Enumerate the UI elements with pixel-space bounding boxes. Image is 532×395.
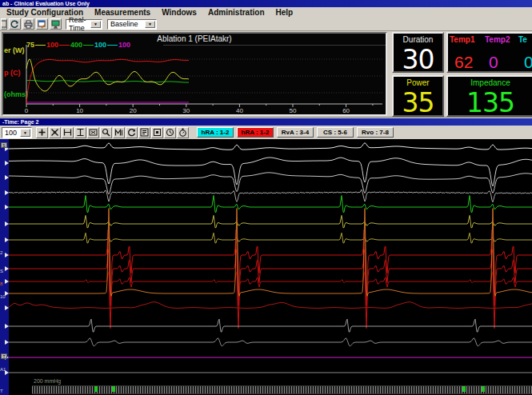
trace-egm-gray-1: [9, 319, 532, 332]
chevron-down-icon[interactable]: ▼: [145, 21, 155, 28]
trace-ecg-v: [9, 190, 532, 202]
marker-icon[interactable]: [113, 127, 125, 138]
channel-label-8: 8: [0, 281, 2, 287]
pressure-scale-label: 200 mmHg: [34, 378, 61, 384]
temp2-value: 0: [489, 53, 498, 72]
baseline-marker-egm-red-2[interactable]: [5, 266, 9, 271]
trace-egm-green: [9, 196, 532, 213]
main-toolbar: Real-Time ▼ Baseline ▼: [0, 18, 532, 31]
ablation-chart-canvas: 0102030405060: [3, 34, 386, 114]
add-icon[interactable]: [36, 127, 48, 138]
clock-icon[interactable]: [164, 127, 176, 138]
channel-label-10: 10: [0, 294, 6, 300]
top-window-titlebar[interactable]: ab - Clinical Evaluation Use Only: [0, 0, 532, 7]
stim-marker: [462, 386, 466, 392]
menu-measurements[interactable]: Measurements: [94, 8, 150, 17]
waveform-area[interactable]: S2S810TA1T 200 mmHg T: [0, 139, 532, 395]
impedance-panel: Impedance 135: [446, 75, 532, 117]
trace-egm-red-3: [9, 273, 532, 297]
temp1-value: 62: [454, 53, 473, 72]
menu-administration[interactable]: Administration: [208, 8, 265, 17]
rotate-icon[interactable]: [9, 18, 21, 30]
trace-egm-red-2: [9, 249, 532, 329]
temp2-label: Temp2: [485, 35, 510, 44]
channel-button-hra-red[interactable]: hRA : 1-2: [237, 127, 274, 138]
horizontal-caliper-icon[interactable]: [62, 127, 74, 138]
tools-icon[interactable]: [49, 127, 61, 138]
time-ruler: [32, 385, 532, 394]
vertical-caliper-icon[interactable]: [74, 127, 86, 138]
zoom-icon[interactable]: [100, 127, 112, 138]
baseline-marker-egm-red-1[interactable]: [5, 253, 9, 257]
svg-text:20: 20: [130, 107, 137, 114]
baseline-marker-pressure-wave[interactable]: [5, 305, 9, 310]
sweep-speed-value: 100: [5, 129, 17, 137]
svg-text:10: 10: [76, 107, 83, 114]
top-window-title: ab - Clinical Evaluation Use Only: [2, 1, 90, 6]
channel-button-rva[interactable]: RvA : 3-4: [277, 127, 314, 138]
baseline-marker-ecg-3[interactable]: [5, 175, 9, 180]
power-panel: Power 35: [392, 75, 444, 117]
temp3-label: Te: [518, 35, 527, 44]
trace-egm-red-1: [9, 229, 532, 306]
impedance-value: 135: [448, 87, 532, 117]
measure-list-icon[interactable]: [138, 127, 150, 138]
monitor-icon[interactable]: [50, 18, 62, 30]
partial-icon[interactable]: [1, 18, 7, 30]
stopwatch-icon[interactable]: [177, 127, 189, 138]
power-label: Power: [394, 78, 442, 87]
channel-label-s: S: [1, 142, 7, 148]
channel-label-s: S: [0, 269, 3, 274]
chevron-down-icon[interactable]: ▼: [90, 21, 101, 28]
baseline-marker-egm-gray-1[interactable]: [5, 324, 9, 329]
app-screen: ab - Clinical Evaluation Use Only Study …: [0, 0, 532, 395]
baseline-marker-egm-yellow-2[interactable]: [5, 237, 9, 242]
baseline-marker-ecg-v[interactable]: [5, 190, 9, 195]
baseline-dropdown[interactable]: Baseline ▼: [107, 19, 157, 30]
channel-strip[interactable]: S2S810TA1T: [0, 139, 9, 395]
trace-egm-yellow-2: [9, 233, 532, 243]
baseline-marker-egm-green[interactable]: [5, 205, 9, 209]
realtime-window-titlebar[interactable]: -Time: Page 2: [0, 118, 532, 126]
power-value: 35: [394, 87, 442, 117]
temp3-value: 0: [524, 53, 532, 72]
trace-egm-yellow-1: [9, 215, 532, 227]
temperature-panel: Temp1 Temp2 Te 62 0 0: [446, 32, 532, 73]
channel-label-t: T: [1, 353, 7, 359]
stim-marker: [482, 386, 485, 392]
duration-panel: Duration 30: [392, 32, 444, 73]
ablation-chart-panel: Ablation 1 (PEIAtakr) 75 100 400 100 100…: [2, 32, 387, 116]
temp1-label: Temp1: [450, 35, 475, 44]
waveform-canvas[interactable]: [9, 139, 532, 395]
frame-icon[interactable]: [151, 127, 163, 138]
refresh-icon[interactable]: [126, 127, 138, 138]
menu-help[interactable]: Help: [276, 8, 294, 17]
trace-ecg-3: [9, 173, 532, 194]
svg-text:30: 30: [182, 107, 190, 114]
svg-text:40: 40: [236, 107, 243, 114]
baseline-marker-ecg-2[interactable]: [5, 161, 9, 166]
delete-box-icon[interactable]: [87, 127, 99, 138]
stim-marker: [112, 386, 115, 392]
trace-pressure-wave: [9, 302, 532, 309]
chevron-down-icon[interactable]: ▼: [20, 129, 30, 137]
svg-text:50: 50: [290, 107, 297, 114]
trace-ecg-1: [9, 143, 532, 150]
channel-button-hra-cyan[interactable]: hRA : 1-2: [197, 127, 234, 138]
channel-label-t: T: [0, 389, 3, 394]
export-window-icon[interactable]: [36, 18, 48, 30]
channel-button-rvo[interactable]: Rvo : 7-8: [357, 127, 394, 138]
baseline-marker-egm-red-3[interactable]: [5, 279, 9, 284]
baseline-marker-egm-yellow-1[interactable]: [5, 221, 9, 226]
mode-dropdown[interactable]: Real-Time ▼: [66, 19, 102, 30]
channel-button-cs[interactable]: CS : 5-6: [317, 127, 354, 138]
sweep-speed-combo[interactable]: 100 ▼: [2, 127, 32, 138]
baseline-marker-egm-gray-2[interactable]: [5, 340, 9, 345]
channel-label-2: 2: [0, 250, 2, 256]
printer-icon[interactable]: [22, 18, 34, 30]
menu-windows[interactable]: Windows: [162, 8, 197, 17]
channel-label-a1: A1: [0, 367, 6, 373]
duration-label: Duration: [394, 35, 442, 44]
duration-value: 30: [394, 44, 442, 73]
baseline-dropdown-value: Baseline: [110, 20, 138, 28]
